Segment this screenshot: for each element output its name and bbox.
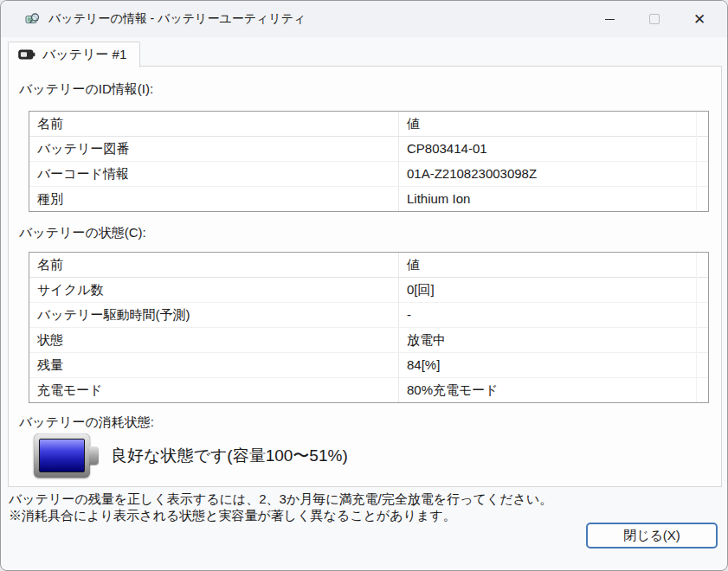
cell-name: サイクル数 [29, 278, 398, 302]
cell-value: - [398, 303, 708, 327]
id-info-section-label: バッテリーのID情報(I): [19, 81, 153, 98]
table-row[interactable]: サイクル数 0[回] [29, 278, 708, 302]
maximize-button [632, 1, 677, 37]
table-row[interactable]: バッテリー図番 CP803414-01 [29, 137, 708, 161]
table-row[interactable]: 種別 Lithium Ion [29, 186, 708, 211]
cell-value: Lithium Ion [398, 187, 708, 211]
table-row[interactable]: 充電モード 80%充電モード [29, 377, 708, 402]
table-row[interactable]: 残量 84[%] [29, 352, 708, 377]
battery-utility-window: バッテリーの情報 - バッテリーユーティリティ ✕ バッテリー #1 バッテリ [0, 0, 728, 571]
cell-value: 0[回] [398, 278, 708, 302]
footer-notes: バッテリーの残量を正しく表示するには、2、3か月毎に満充電/完全放電を行ってくだ… [9, 491, 719, 523]
table-row[interactable]: 状態 放電中 [29, 327, 708, 352]
battery-fill [39, 439, 85, 472]
column-header-value[interactable]: 値 [398, 253, 708, 277]
cell-value: 01A-Z210823003098Z [398, 162, 708, 186]
wear-section-label: バッテリーの消耗状態: [19, 414, 154, 431]
cell-name: 充電モード [29, 378, 398, 402]
close-icon: ✕ [693, 12, 705, 27]
table-header-row: 名前 値 [29, 253, 708, 278]
column-header-name[interactable]: 名前 [29, 112, 398, 136]
tab-battery-1[interactable]: バッテリー #1 [8, 42, 140, 67]
table-row[interactable]: バッテリー駆動時間(予測) - [29, 302, 708, 327]
battery-level-graphic [34, 433, 99, 478]
cell-name: 状態 [29, 328, 398, 352]
cell-name: 残量 [29, 353, 398, 377]
battery-body [34, 433, 90, 478]
minimize-button[interactable] [587, 1, 632, 37]
cell-value: 放電中 [398, 328, 708, 352]
table-header-row: 名前 値 [29, 112, 708, 137]
battery-terminal [89, 446, 99, 465]
cell-value: 84[%] [398, 353, 708, 377]
close-button[interactable]: 閉じる(X) [586, 523, 718, 549]
column-header-value[interactable]: 値 [398, 112, 708, 136]
window-title: バッテリーの情報 - バッテリーユーティリティ [48, 11, 306, 27]
table-row[interactable]: バーコード情報 01A-Z210823003098Z [29, 161, 708, 186]
tab-panel: バッテリーのID情報(I): 名前 値 バッテリー図番 CP803414-01 … [8, 66, 722, 487]
id-info-table: 名前 値 バッテリー図番 CP803414-01 バーコード情報 01A-Z21… [29, 111, 709, 212]
cell-name: バッテリー駆動時間(予測) [29, 303, 398, 327]
footer-note-line2: ※消耗具合により表示される状態と実容量が著しく異なることがあります。 [9, 507, 719, 523]
titlebar: バッテリーの情報 - バッテリーユーティリティ ✕ [1, 1, 727, 37]
caption-buttons: ✕ [587, 1, 722, 37]
status-section-label: バッテリーの状態(C): [19, 225, 146, 241]
cell-name: バーコード情報 [29, 162, 398, 186]
cell-name: 種別 [29, 187, 398, 211]
cell-value: 80%充電モード [398, 378, 708, 402]
battery-icon [18, 48, 35, 62]
column-header-name[interactable]: 名前 [29, 253, 398, 277]
wear-status-row: 良好な状態です(容量100〜51%) [34, 433, 348, 478]
minimize-icon [605, 19, 615, 20]
cell-name: バッテリー図番 [29, 137, 398, 161]
tab-label: バッテリー #1 [42, 47, 126, 63]
wear-status-text: 良好な状態です(容量100〜51%) [111, 445, 348, 467]
maximize-icon [649, 14, 660, 24]
footer-note-line1: バッテリーの残量を正しく表示するには、2、3か月毎に満充電/完全放電を行ってくだ… [9, 491, 719, 507]
app-icon-battery-magnifier [25, 12, 41, 26]
close-window-button[interactable]: ✕ [677, 1, 722, 37]
cell-value: CP803414-01 [398, 137, 708, 161]
status-table: 名前 値 サイクル数 0[回] バッテリー駆動時間(予測) - 状態 放電中 残… [29, 252, 709, 403]
